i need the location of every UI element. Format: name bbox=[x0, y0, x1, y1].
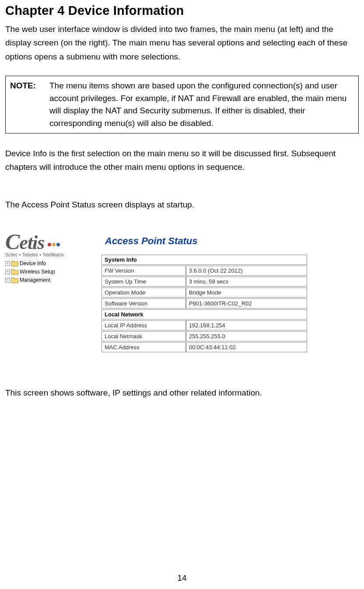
tree-item-device-info[interactable]: + Device Info bbox=[5, 259, 55, 267]
folder-icon bbox=[11, 269, 18, 275]
closing-paragraph: This screen shows software, IP settings … bbox=[5, 386, 359, 400]
tree-label: Management bbox=[20, 276, 50, 284]
table-row: Operation ModeBridge Mode bbox=[102, 287, 307, 298]
panel-title: Access Point Status bbox=[105, 235, 307, 247]
status-panel: Access Point Status System Info FW Versi… bbox=[102, 231, 307, 353]
tree-item-management[interactable]: + Management bbox=[5, 276, 55, 284]
folder-icon bbox=[11, 277, 18, 283]
section-header: Local Network bbox=[102, 309, 307, 319]
tree-label: Device Info bbox=[20, 259, 46, 267]
nav-tree: + Device Info + Wireless Setup + Managem… bbox=[5, 259, 55, 284]
paragraph-3: The Access Point Status screen displays … bbox=[5, 198, 359, 211]
expand-icon[interactable]: + bbox=[5, 261, 10, 266]
brand-logo: Cetis Scitec • Teledex • TeleMatrix bbox=[5, 229, 88, 257]
folder-icon bbox=[11, 261, 18, 266]
table-row: FW Version3.6.0.0 (Oct 22 2012) bbox=[102, 266, 307, 276]
note-body: The menu items shown are based upon the … bbox=[49, 80, 354, 130]
chapter-title: Chapter 4 Device Information bbox=[5, 4, 359, 18]
paragraph-2: Device Info is the first selection on th… bbox=[5, 147, 359, 174]
note-box: NOTE: The menu items shown are based upo… bbox=[5, 76, 359, 133]
table-row: MAC Address00:0C:43:44:11:02 bbox=[102, 342, 307, 352]
status-table: System Info FW Version3.6.0.0 (Oct 22 20… bbox=[102, 254, 307, 353]
table-row: Software VersionP901-3600ITR-C02_R02 bbox=[102, 298, 307, 309]
table-row: System Up Time3 mins, 59 secs bbox=[102, 277, 307, 287]
table-row: Local IP Address192.168.1.254 bbox=[102, 320, 307, 330]
embedded-screenshot: Cetis Scitec • Teledex • TeleMatrix + De… bbox=[5, 229, 338, 360]
logo-dots-icon bbox=[47, 229, 60, 251]
note-label: NOTE: bbox=[10, 80, 49, 130]
logo-text: etis bbox=[19, 231, 44, 254]
tree-label: Wireless Setup bbox=[20, 268, 55, 276]
expand-icon[interactable]: + bbox=[5, 278, 10, 283]
tree-item-wireless-setup[interactable]: + Wireless Setup bbox=[5, 268, 55, 276]
section-header: System Info bbox=[102, 255, 307, 265]
intro-paragraph: The web user interface window is divided… bbox=[5, 22, 359, 63]
expand-icon[interactable]: + bbox=[5, 270, 10, 274]
page-number: 14 bbox=[0, 573, 364, 583]
logo-tagline: Scitec • Teledex • TeleMatrix bbox=[5, 252, 88, 257]
table-row: Local Netmask255.255.255.0 bbox=[102, 331, 307, 341]
